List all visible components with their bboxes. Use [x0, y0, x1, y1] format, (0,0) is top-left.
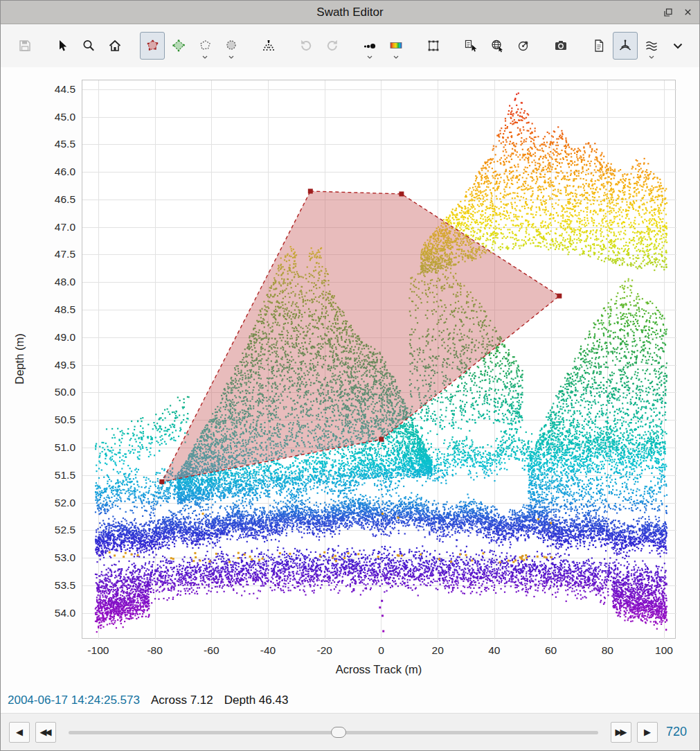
geo-pick-button[interactable] [485, 32, 510, 60]
snapshot-button[interactable] [548, 32, 573, 60]
ellipse-select-button[interactable] [219, 32, 244, 60]
redo-button[interactable] [320, 32, 345, 60]
bounds-rect-icon [426, 38, 441, 53]
stacked-swaths-icon [644, 38, 659, 53]
redo-icon [325, 38, 340, 53]
y-tick-label: 50.0 [55, 386, 75, 398]
camera-icon [553, 38, 568, 53]
float-icon [663, 8, 673, 17]
polygon-accept-icon [171, 38, 186, 53]
multi-swath-button[interactable] [639, 32, 664, 60]
polygon-accept-button[interactable] [166, 32, 191, 60]
x-tick-label: -80 [147, 644, 162, 657]
menu-arrow-icon [367, 55, 373, 59]
toolbar [1, 24, 699, 67]
undo-icon [298, 38, 314, 53]
across-readout: Across 7.12 [151, 693, 213, 707]
x-tick-label: -40 [260, 644, 276, 657]
swath-fan-icon [618, 38, 633, 53]
time-pick-button[interactable] [511, 32, 536, 60]
y-tick-label: 54.0 [55, 607, 75, 619]
fast-forward-icon: ▶▶ [616, 727, 625, 737]
info-panel-button[interactable] [586, 32, 611, 60]
y-tick-label: 49.0 [55, 331, 75, 344]
x-tick-label: -100 [87, 644, 109, 657]
x-tick-label: 20 [432, 644, 444, 657]
y-tick-label: 49.5 [55, 359, 75, 371]
x-tick-label: 40 [488, 644, 500, 657]
ping-timestamp: 2004-06-17 14:24:25.573 [8, 693, 140, 707]
y-tick-label: 52.5 [55, 524, 75, 536]
window-controls [662, 1, 694, 24]
pick-info-icon [463, 38, 478, 53]
y-tick-label: 47.5 [55, 248, 75, 260]
y-tick-label: 45.5 [55, 138, 75, 150]
swath-editor-window: Swath Editor [0, 0, 700, 751]
menu-arrow-icon [393, 55, 399, 59]
time-pick-icon [516, 38, 531, 53]
point-display-button[interactable] [357, 32, 382, 60]
y-tick-label: 48.0 [55, 276, 75, 288]
ping-number: 720 [666, 725, 691, 739]
step-back-icon: ◀ [16, 727, 23, 737]
more-tools-button[interactable] [665, 32, 690, 60]
save-icon [17, 38, 33, 53]
status-bar: 2004-06-17 14:24:25.573 Across 7.12 Dept… [1, 688, 699, 713]
fast-rewind-icon: ◀◀ [40, 727, 50, 737]
magnifier-icon [81, 38, 96, 53]
y-tick-label: 47.0 [55, 221, 75, 233]
y-tick-label: 51.0 [55, 441, 75, 454]
colormap-icon [388, 38, 404, 53]
colormap-button[interactable] [384, 32, 409, 60]
pick-point-button[interactable] [458, 32, 483, 60]
x-tick-label: 100 [655, 644, 673, 657]
x-tick-label: 80 [602, 644, 613, 657]
y-tick-label: 48.5 [55, 303, 75, 316]
scrubber-bar: ◀ ◀◀ ▶▶ ▶ 720 [1, 713, 699, 750]
slider-handle[interactable] [331, 727, 346, 738]
y-tick-label: 50.5 [55, 414, 75, 426]
polygon-reject-button[interactable] [140, 32, 165, 60]
point-size-icon [362, 38, 377, 53]
x-tick-label: -20 [317, 644, 332, 657]
fast-rewind-button[interactable]: ◀◀ [35, 722, 56, 743]
select-cursor-button[interactable] [50, 32, 75, 60]
window-title: Swath Editor [316, 6, 383, 19]
zoom-extent-button[interactable] [421, 32, 446, 60]
step-forward-icon: ▶ [644, 727, 651, 737]
x-tick-label: 0 [378, 644, 384, 657]
menu-arrow-icon [228, 55, 234, 59]
zoom-button[interactable] [76, 32, 101, 60]
x-tick-label: 60 [545, 644, 557, 657]
save-button[interactable] [12, 32, 37, 60]
polygon-outline-button[interactable] [192, 32, 217, 60]
home-icon [107, 38, 123, 53]
close-icon [683, 8, 692, 17]
ellipse-select-icon [224, 38, 239, 53]
plot-frame[interactable] [82, 80, 676, 639]
y-tick-label: 45.0 [55, 111, 75, 123]
close-window-button[interactable] [681, 6, 694, 19]
y-tick-label: 51.5 [55, 469, 75, 481]
step-forward-button[interactable]: ▶ [637, 722, 658, 743]
plot-area: Depth (m) Across Track (m) -100-80-60-40… [1, 67, 699, 688]
float-window-button[interactable] [662, 6, 674, 19]
fast-forward-button[interactable]: ▶▶ [611, 722, 631, 743]
ping-slider[interactable] [69, 722, 598, 743]
document-icon [591, 38, 607, 53]
title-bar[interactable]: Swath Editor [1, 1, 699, 24]
depth-readout: Depth 46.43 [224, 693, 289, 707]
y-axis-title: Depth (m) [13, 333, 26, 384]
home-view-button[interactable] [102, 32, 127, 60]
step-back-button[interactable]: ◀ [9, 722, 30, 743]
menu-arrow-icon [202, 55, 208, 59]
globe-icon [490, 38, 505, 53]
y-tick-label: 52.0 [55, 497, 75, 509]
plot-canvas[interactable] [82, 80, 676, 639]
y-tick-label: 53.5 [55, 579, 75, 592]
beam-fan-tool-button[interactable] [256, 32, 281, 60]
swath-display-button[interactable] [613, 32, 638, 60]
undo-button[interactable] [294, 32, 318, 60]
x-axis-title: Across Track (m) [82, 663, 676, 676]
y-tick-label: 44.5 [55, 83, 75, 96]
